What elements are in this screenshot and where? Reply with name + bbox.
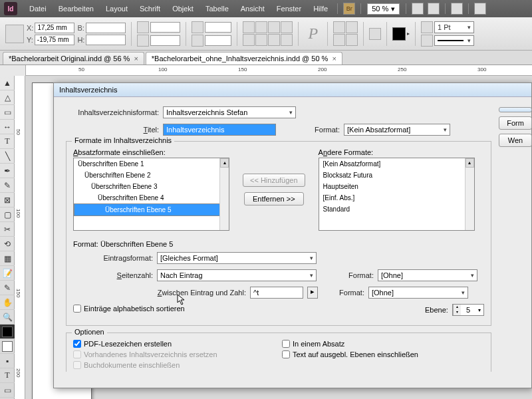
stroke-style-select[interactable]	[434, 35, 474, 46]
pen-tool-icon[interactable]: ✒	[0, 164, 15, 178]
rotate-cw-icon[interactable]	[255, 21, 267, 33]
scale-y-icon[interactable]	[137, 35, 149, 47]
list-item[interactable]: Hauptseiten	[319, 181, 474, 192]
wrap-icon[interactable]	[346, 21, 358, 33]
flip-h-icon[interactable]	[268, 21, 280, 33]
menu-tabelle[interactable]: Tabelle	[200, 2, 234, 15]
menu-schrift[interactable]: Schrift	[134, 2, 166, 15]
page-tool-icon[interactable]: ▭	[0, 105, 15, 120]
gradient-tool-icon[interactable]: ▦	[0, 251, 15, 266]
runon-checkbox[interactable]: In einem Absatz	[282, 340, 484, 348]
list-item[interactable]: Überschriften Ebene 1	[74, 158, 229, 170]
tocformat-select[interactable]: Inhaltsverzeichnis Stefan	[163, 106, 296, 118]
zoom-tool-icon[interactable]: 🔍	[0, 310, 15, 325]
fewer-button[interactable]: Wen	[499, 134, 532, 147]
eyedropper-tool-icon[interactable]: ✎	[0, 281, 15, 295]
title-input[interactable]: Inhaltsverzeichnis	[163, 124, 276, 136]
transform-icon[interactable]	[243, 34, 255, 46]
close-icon[interactable]: ×	[134, 55, 138, 63]
fill-stroke-swatch[interactable]	[0, 325, 15, 339]
step-down-icon[interactable]: ▾	[453, 310, 461, 315]
rotate-ccw-icon[interactable]	[243, 21, 255, 33]
direct-selection-tool-icon[interactable]: △	[0, 90, 15, 105]
shear-icon[interactable]	[192, 35, 203, 47]
list-item[interactable]: Überschriften Ebene 4	[74, 192, 229, 203]
scale-x-input[interactable]	[150, 22, 180, 33]
menu-hilfe[interactable]: Hilfe	[308, 2, 333, 15]
hidden-layers-checkbox[interactable]: Text auf ausgebl. Ebenen einschließen	[282, 350, 484, 358]
rightformat2-select[interactable]: [Ohne]	[368, 287, 468, 299]
document-tab[interactable]: *Bachelorarbeit Original.indd @ 56 %×	[3, 52, 144, 65]
list-item[interactable]: Überschriften Ebene 3	[74, 181, 229, 192]
rotate-icon[interactable]	[192, 21, 203, 33]
entryformat-select[interactable]: [Gleiches Format]	[157, 252, 317, 264]
x-input[interactable]	[35, 23, 74, 33]
transform-icon[interactable]	[281, 34, 293, 46]
view-mode-icon[interactable]	[428, 3, 440, 15]
scissors-tool-icon[interactable]: ✂	[0, 222, 15, 237]
titleformat-select[interactable]: [Kein Absatzformat]	[344, 124, 450, 136]
stroke-weight-select[interactable]: 1 Pt	[434, 21, 474, 33]
scale-y-input[interactable]	[150, 35, 180, 46]
scale-x-icon[interactable]	[137, 21, 149, 33]
menu-fenster[interactable]: Fenster	[271, 2, 307, 15]
arrange-icon[interactable]	[474, 3, 486, 15]
reference-point-icon[interactable]	[5, 25, 24, 43]
wrap-icon[interactable]	[346, 34, 358, 46]
level-stepper[interactable]: ▴▾ 5 ▾	[452, 304, 484, 316]
menu-layout[interactable]: Layout	[100, 2, 133, 15]
step-up-icon[interactable]: ▴	[453, 305, 461, 310]
stroke-swatch[interactable]	[0, 339, 15, 354]
remove-button[interactable]: Entfernen >>	[244, 192, 304, 205]
include-listbox[interactable]: Überschriften Ebene 1 Überschriften Eben…	[73, 158, 229, 231]
apply-color-icon[interactable]: ▪	[0, 354, 15, 368]
view-mode-icon[interactable]: ▭	[0, 383, 15, 398]
list-item[interactable]: Blocksatz Futura	[319, 170, 474, 181]
list-item[interactable]: [Kein Absatzformat]	[319, 158, 474, 170]
shear-input[interactable]	[205, 35, 231, 46]
paragraph-icon[interactable]: P	[304, 25, 322, 43]
wrap-icon[interactable]	[333, 21, 345, 33]
close-icon[interactable]: ×	[332, 55, 336, 63]
rightformat1-select[interactable]: [Ohne]	[378, 269, 477, 281]
y-input[interactable]	[35, 35, 74, 45]
rotate-input[interactable]	[205, 22, 231, 33]
free-transform-tool-icon[interactable]: ⟲	[0, 237, 15, 251]
transform-icon[interactable]	[255, 34, 267, 46]
pdf-bookmarks-checkbox[interactable]: PDF-Lesezeichen erstellen	[73, 340, 275, 348]
bridge-icon[interactable]: Br	[343, 3, 355, 15]
transform-icon[interactable]	[268, 34, 280, 46]
special-char-icon[interactable]: ▸	[307, 287, 318, 299]
view-mode-icon[interactable]	[412, 3, 424, 15]
add-button[interactable]: << Hinzufügen	[243, 174, 305, 187]
document-tab[interactable]: *Bachelorarbeit_ohne_Inhaltsverzeichnis.…	[146, 52, 342, 65]
scrollbar[interactable]: ▴	[219, 158, 229, 230]
rectangle-frame-tool-icon[interactable]: ⊠	[0, 193, 15, 207]
hand-tool-icon[interactable]: ✋	[0, 295, 15, 310]
h-input[interactable]	[86, 35, 126, 45]
alpha-checkbox[interactable]: Einträge alphabetisch sortieren	[73, 305, 185, 313]
form-button[interactable]: Form	[499, 116, 532, 130]
format-container-icon[interactable]: T	[0, 368, 15, 383]
screen-mode-icon[interactable]	[451, 3, 463, 15]
w-input[interactable]	[86, 23, 126, 33]
corner-icon[interactable]	[369, 28, 381, 40]
flip-v-icon[interactable]	[281, 21, 293, 33]
line-tool-icon[interactable]: ╲	[0, 149, 15, 164]
between-input[interactable]: ^t	[250, 287, 303, 299]
list-item[interactable]: Überschriften Ebene 2	[74, 170, 229, 181]
zoom-selector[interactable]: 50 %▾	[367, 3, 400, 15]
gap-tool-icon[interactable]: ↔	[0, 120, 15, 134]
fill-swatch[interactable]	[392, 27, 406, 41]
menu-datei[interactable]: Datei	[24, 2, 52, 15]
menu-ansicht[interactable]: Ansicht	[235, 2, 270, 15]
menu-bearbeiten[interactable]: Bearbeiten	[53, 2, 99, 15]
ok-button[interactable]	[499, 107, 532, 112]
scrollbar[interactable]: ▴	[465, 158, 474, 230]
wrap-icon[interactable]	[333, 34, 345, 46]
selection-tool-icon[interactable]: ▲	[0, 76, 15, 90]
menu-objekt[interactable]: Objekt	[167, 2, 199, 15]
note-tool-icon[interactable]: 📝	[0, 266, 15, 281]
rectangle-tool-icon[interactable]: ▢	[0, 207, 15, 222]
other-listbox[interactable]: [Kein Absatzformat] Blocksatz Futura Hau…	[319, 158, 475, 231]
